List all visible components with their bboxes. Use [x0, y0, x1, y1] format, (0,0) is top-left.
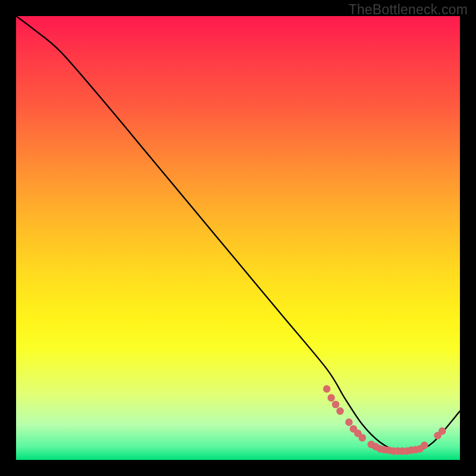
data-markers [323, 385, 446, 455]
data-marker [327, 394, 335, 402]
data-marker [332, 401, 340, 409]
data-marker [323, 385, 331, 393]
watermark-text: TheBottleneck.com [349, 2, 468, 18]
data-marker [421, 441, 428, 449]
chart-frame: TheBottleneck.com [0, 0, 476, 476]
data-marker [359, 434, 367, 441]
data-marker [439, 427, 446, 435]
curve-svg [16, 16, 460, 460]
data-marker [336, 408, 344, 415]
bottleneck-curve [16, 16, 460, 452]
plot-area [16, 16, 460, 460]
data-marker [345, 418, 353, 426]
